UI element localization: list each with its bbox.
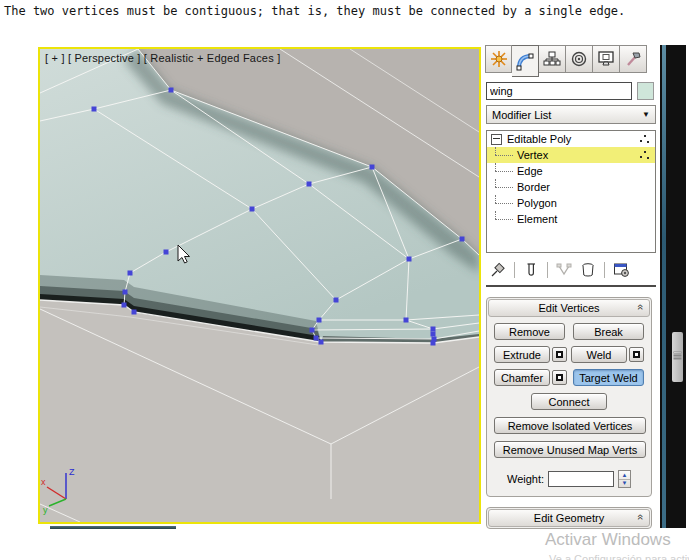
remove-unused-map-verts-button[interactable]: Remove Unused Map Verts [494, 441, 646, 458]
configure-modifier-sets-button[interactable] [609, 260, 633, 280]
show-end-result-button[interactable] [519, 260, 543, 280]
chamfer-button[interactable]: Chamfer [494, 369, 550, 386]
object-color-swatch[interactable] [637, 82, 654, 100]
tab-display[interactable] [593, 45, 620, 73]
make-unique-button[interactable] [552, 260, 576, 280]
edit-vertices-rollout-header[interactable]: Edit Vertices « [488, 299, 650, 317]
edit-vertices-rollout: Edit Vertices « Remove Break Extrude Wel… [486, 297, 652, 497]
viewport-label[interactable]: [ + ] [ Perspective ] [ Realistic + Edge… [45, 52, 280, 64]
window-border-accent [662, 45, 666, 528]
collapse-chevron-icon: « [635, 514, 647, 520]
stack-item-label: Editable Poly [507, 133, 571, 145]
remove-modifier-button[interactable] [576, 260, 600, 280]
weld-button[interactable]: Weld [571, 346, 627, 363]
stack-item-label: Vertex [517, 149, 548, 161]
spinner-up-icon[interactable]: ▲ [619, 471, 630, 480]
viewport-bottom-strip [50, 526, 176, 529]
extrude-settings-button[interactable] [552, 347, 567, 362]
stack-item-editable-poly[interactable]: Editable Poly [487, 131, 655, 147]
pushpin-icon [490, 262, 506, 278]
stack-item-edge[interactable]: Edge [487, 163, 655, 179]
extrude-button[interactable]: Extrude [494, 346, 550, 363]
stack-item-label: Element [517, 213, 557, 225]
rollout-title: Edit Vertices [538, 302, 599, 314]
weight-row: Weight: ▲ ▼ [488, 470, 650, 488]
stack-item-label: Border [517, 181, 550, 193]
axis-x-label: x [41, 477, 46, 487]
tab-utilities[interactable] [620, 45, 647, 73]
modifier-list-dropdown[interactable]: Modifier List ▼ [486, 105, 656, 124]
tab-create[interactable] [485, 45, 512, 73]
command-panel: Modifier List ▼ Editable Poly Vertex Edg… [484, 45, 660, 529]
vertex-dots-icon [640, 135, 649, 144]
activate-windows-watermark: Activar Windows [545, 530, 671, 550]
collapse-chevron-icon: « [635, 304, 647, 310]
tab-hierarchy[interactable] [539, 45, 566, 73]
perspective-viewport[interactable]: Z x y [ + ] [ Perspective ] [ Realistic … [38, 47, 481, 524]
pin-stack-button[interactable] [486, 260, 510, 280]
starburst-icon [490, 50, 508, 68]
weight-input[interactable] [548, 471, 614, 487]
chamfer-settings-button[interactable] [552, 370, 567, 385]
stack-item-polygon[interactable]: Polygon [487, 195, 655, 211]
trash-bin-icon [580, 262, 596, 278]
settings-square-icon [556, 351, 563, 358]
modifier-stack-list: Editable Poly Vertex Edge Border Polygon… [486, 130, 656, 253]
break-button[interactable]: Break [573, 323, 644, 340]
hammer-icon [624, 50, 642, 68]
panel-scrollbar-thumb[interactable] [672, 332, 683, 382]
caption-text: The two vertices must be contiguous; tha… [4, 4, 625, 18]
rollout-title: Edit Geometry [534, 512, 604, 524]
test-tube-icon [523, 262, 539, 278]
vertex-dots-icon [640, 151, 649, 160]
tab-modify[interactable] [512, 45, 539, 77]
target-weld-button[interactable]: Target Weld [573, 369, 644, 386]
weight-spinner[interactable]: ▲ ▼ [618, 470, 631, 488]
stack-item-label: Polygon [517, 197, 557, 209]
make-unique-icon [555, 262, 573, 278]
axis-y-label: y [43, 505, 48, 515]
window-right-edge [660, 45, 686, 528]
object-name-input[interactable] [486, 82, 632, 100]
hierarchy-tree-icon [543, 50, 561, 68]
connect-button[interactable]: Connect [531, 393, 607, 410]
weld-settings-button[interactable] [629, 347, 644, 362]
tab-motion[interactable] [566, 45, 593, 73]
stack-toolbar [486, 258, 656, 287]
object-name-row [486, 82, 660, 100]
remove-isolated-vertices-button[interactable]: Remove Isolated Vertices [494, 417, 646, 434]
axis-z-label: Z [69, 467, 75, 477]
motion-wheel-icon [570, 50, 588, 68]
settings-square-icon [633, 351, 640, 358]
spinner-down-icon[interactable]: ▼ [619, 480, 630, 488]
weight-label: Weight: [507, 473, 544, 485]
stack-item-element[interactable]: Element [487, 211, 655, 227]
display-monitor-icon [597, 50, 615, 68]
stack-item-label: Edge [517, 165, 543, 177]
stack-item-border[interactable]: Border [487, 179, 655, 195]
edit-geometry-rollout-header[interactable]: Edit Geometry « [488, 509, 650, 527]
remove-button[interactable]: Remove [494, 323, 565, 340]
configure-sets-icon [613, 262, 630, 278]
settings-square-icon [556, 374, 563, 381]
command-panel-tabs [485, 45, 660, 77]
viewport-scene: Z x y [40, 49, 479, 522]
activate-windows-watermark-line2: Ve a Configuración para activar Windows. [549, 553, 689, 560]
edit-geometry-rollout: Edit Geometry « [486, 507, 652, 529]
collapse-minus-icon[interactable] [491, 134, 502, 145]
stack-item-vertex[interactable]: Vertex [487, 147, 655, 163]
modify-arc-icon [516, 52, 535, 71]
modifier-list-label: Modifier List [492, 109, 551, 121]
chevron-down-icon: ▼ [642, 110, 650, 119]
